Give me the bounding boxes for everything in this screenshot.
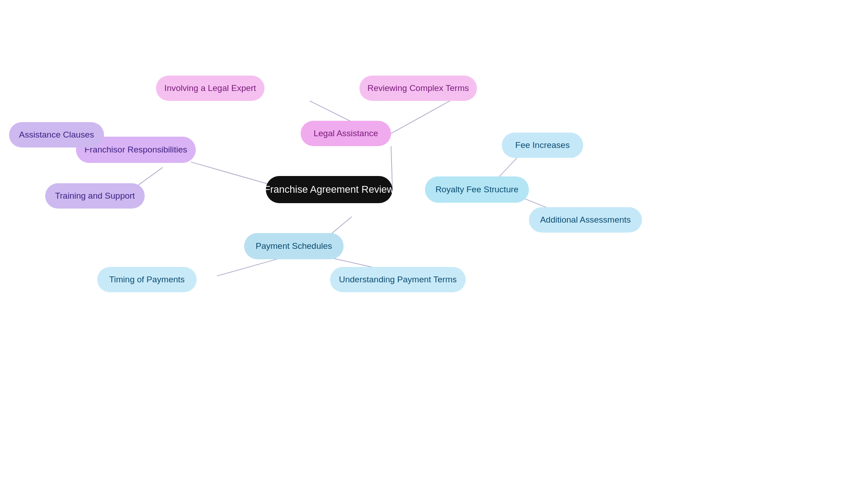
assistance-clauses-node[interactable]: Assistance Clauses bbox=[9, 122, 104, 147]
center-node[interactable]: Franchise Agreement Review bbox=[266, 176, 392, 203]
training-and-support-node[interactable]: Training and Support bbox=[45, 183, 145, 209]
svg-line-2 bbox=[391, 101, 450, 133]
payment-schedules-node[interactable]: Payment Schedules bbox=[244, 233, 344, 259]
timing-of-payments-node[interactable]: Timing of Payments bbox=[97, 267, 197, 292]
reviewing-complex-terms-node[interactable]: Reviewing Complex Terms bbox=[359, 76, 477, 101]
fee-increases-node[interactable]: Fee Increases bbox=[502, 133, 583, 158]
legal-assistance-node[interactable]: Legal Assistance bbox=[301, 121, 391, 146]
understanding-payment-terms-node[interactable]: Understanding Payment Terms bbox=[330, 267, 466, 292]
royalty-fee-structure-node[interactable]: Royalty Fee Structure bbox=[425, 176, 529, 203]
involving-legal-expert-node[interactable]: Involving a Legal Expert bbox=[156, 76, 264, 101]
svg-line-0 bbox=[391, 146, 392, 190]
additional-assessments-node[interactable]: Additional Assessments bbox=[529, 207, 642, 233]
